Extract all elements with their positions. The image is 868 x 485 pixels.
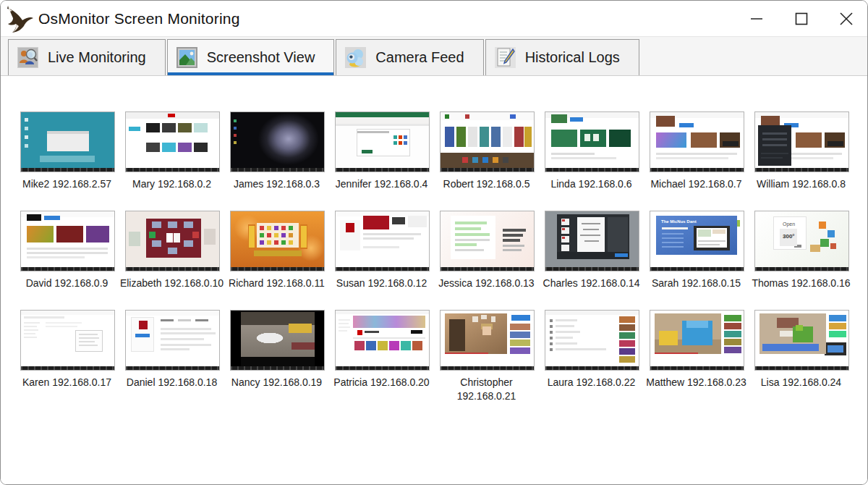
monitor-label: James 192.168.0.3 xyxy=(221,177,333,191)
monitor-screenshot-thumbnail[interactable] xyxy=(754,111,849,172)
monitor-label: Patricia 192.168.0.20 xyxy=(326,376,438,389)
monitor-tile[interactable]: Nancy 192.168.0.19 xyxy=(230,310,325,403)
monitor-name: Christopher xyxy=(460,376,512,388)
monitor-screenshot-thumbnail[interactable] xyxy=(20,310,115,371)
monitor-screenshot-thumbnail[interactable] xyxy=(440,211,535,271)
tab-label: Screenshot View xyxy=(207,49,315,66)
monitor-tile[interactable]: Patricia 192.168.0.20 xyxy=(335,310,430,403)
monitor-ip: 192.168.0.5 xyxy=(476,178,529,190)
monitor-label: Thomas 192.168.0.16 xyxy=(745,277,858,290)
monitor-label: Jessica 192.168.0.13 xyxy=(430,277,543,290)
monitor-label: Mary 192.168.0.2 xyxy=(116,177,229,191)
monitor-ip: 192.168.0.19 xyxy=(263,376,322,388)
monitor-tile[interactable]: Open300° Thomas 192.168.0.16 xyxy=(754,211,849,290)
monitor-name: Michael xyxy=(650,178,685,190)
monitor-name: Nancy xyxy=(231,376,260,388)
monitor-tile[interactable]: Mary 192.168.0.2 xyxy=(125,111,220,191)
monitor-tile[interactable]: Richard 192.168.0.11 xyxy=(230,211,325,290)
thumbnail-text: The MicNus Dant xyxy=(661,219,697,224)
monitor-screenshot-thumbnail[interactable] xyxy=(230,111,325,172)
tab-live-monitoring[interactable]: Live Monitoring xyxy=(8,39,166,75)
thumbnail-text: 300° xyxy=(783,234,795,240)
thumbnail-text: Open xyxy=(783,222,795,227)
monitor-name: Daniel xyxy=(127,376,156,388)
monitor-tile[interactable]: Matthew 192.168.0.23 xyxy=(650,310,744,403)
monitor-screenshot-thumbnail[interactable] xyxy=(545,111,639,172)
monitor-screenshot-thumbnail[interactable] xyxy=(20,111,115,172)
maximize-button[interactable] xyxy=(791,8,812,30)
monitor-screenshot-thumbnail[interactable]: The MicNus Dant xyxy=(650,211,744,271)
monitor-screenshot-thumbnail[interactable] xyxy=(125,111,220,172)
monitor-ip: 192.168.0.14 xyxy=(581,277,640,289)
monitor-label: David 192.168.0.9 xyxy=(11,277,124,290)
monitor-label: Daniel 192.168.0.18 xyxy=(116,376,229,389)
people-magnifier-icon xyxy=(17,47,38,68)
monitor-name: Sarah xyxy=(652,277,678,289)
monitor-screenshot-thumbnail[interactable] xyxy=(650,111,744,172)
monitor-screenshot-thumbnail[interactable] xyxy=(440,111,535,172)
monitor-screenshot-thumbnail[interactable] xyxy=(20,211,115,271)
monitor-screenshot-thumbnail[interactable] xyxy=(335,310,430,371)
monitor-label: Charles 192.168.0.14 xyxy=(535,277,648,290)
close-button[interactable] xyxy=(835,8,857,30)
tab-label: Live Monitoring xyxy=(48,49,146,66)
monitor-screenshot-thumbnail[interactable] xyxy=(650,310,744,371)
monitor-label: Nancy 192.168.0.19 xyxy=(221,376,333,389)
monitor-tile[interactable]: The MicNus Dant Sarah 192.168.0.15 xyxy=(650,211,744,290)
monitor-ip: 192.168.0.20 xyxy=(370,376,430,388)
monitor-tile[interactable]: Susan 192.168.0.12 xyxy=(335,211,430,290)
monitor-screenshot-thumbnail[interactable] xyxy=(230,310,325,371)
notepad-pencil-icon xyxy=(495,47,516,68)
monitor-tile[interactable]: Daniel 192.168.0.18 xyxy=(125,310,220,403)
screenshot-view-panel: Mike2 192.168.2.57 Mary 192.168.0.2 Jame… xyxy=(1,76,867,484)
monitor-tile[interactable]: Laura 192.168.0.22 xyxy=(545,310,639,403)
monitor-screenshot-thumbnail[interactable] xyxy=(440,310,535,371)
tab-historical-logs[interactable]: Historical Logs xyxy=(485,39,639,75)
monitor-label: Michael 192.168.0.7 xyxy=(640,177,753,191)
monitor-screenshot-thumbnail[interactable] xyxy=(125,310,220,371)
monitor-ip: 192.168.0.22 xyxy=(576,376,635,388)
monitor-name: Elizabeth xyxy=(120,277,162,289)
tab-label: Historical Logs xyxy=(525,49,620,66)
monitor-label: Christopher 192.168.0.21 xyxy=(430,376,543,403)
monitor-tile[interactable]: Christopher 192.168.0.21 xyxy=(440,310,535,403)
monitor-screenshot-thumbnail[interactable] xyxy=(335,111,430,172)
monitor-ip: 192.168.0.7 xyxy=(689,178,742,190)
tab-camera-feed[interactable]: Camera Feed xyxy=(336,39,483,75)
monitor-tile[interactable]: Lisa 192.168.0.24 xyxy=(754,310,849,403)
monitor-name: William xyxy=(757,178,789,190)
monitor-label: Linda 192.168.0.6 xyxy=(535,177,648,191)
monitor-screenshot-thumbnail[interactable] xyxy=(230,211,325,271)
monitor-tile[interactable]: David 192.168.0.9 xyxy=(20,211,115,290)
monitor-tile[interactable]: Linda 192.168.0.6 xyxy=(545,111,639,191)
monitor-screenshot-thumbnail[interactable] xyxy=(125,211,220,271)
monitor-tile[interactable]: William 192.168.0.8 xyxy=(754,111,849,191)
app-window: OsMonitor Screen Monitoring xyxy=(0,0,868,485)
monitor-screenshot-thumbnail[interactable] xyxy=(545,310,639,371)
monitor-tile[interactable]: Karen 192.168.0.17 xyxy=(20,310,115,403)
monitor-tile[interactable]: James 192.168.0.3 xyxy=(230,111,325,191)
monitor-tile[interactable]: Robert 192.168.0.5 xyxy=(440,111,535,191)
monitor-tile[interactable]: Elizabeth 192.168.0.10 xyxy=(125,211,220,290)
monitor-tile[interactable]: Michael 192.168.0.7 xyxy=(650,111,744,191)
monitor-screenshot-thumbnail[interactable] xyxy=(335,211,430,271)
monitor-label: Laura 192.168.0.22 xyxy=(535,376,648,389)
title-bar: OsMonitor Screen Monitoring xyxy=(1,1,867,36)
monitor-ip: 192.168.0.12 xyxy=(367,277,427,289)
monitor-ip: 192.168.0.21 xyxy=(457,390,516,402)
monitor-screenshot-thumbnail[interactable] xyxy=(545,211,639,271)
monitor-tile[interactable]: Jennifer 192.168.0.4 xyxy=(335,111,430,191)
eagle-app-icon xyxy=(5,4,34,35)
monitor-name: Richard xyxy=(229,277,263,289)
tab-label: Camera Feed xyxy=(375,49,464,66)
monitor-tile[interactable]: Jessica 192.168.0.13 xyxy=(440,211,535,290)
minimize-button[interactable] xyxy=(746,8,767,30)
monitor-tile[interactable]: Charles 192.168.0.14 xyxy=(545,211,639,290)
tab-screenshot-view[interactable]: Screenshot View xyxy=(167,39,335,75)
monitor-screenshot-thumbnail[interactable] xyxy=(754,310,849,371)
monitor-name: Laura xyxy=(548,376,574,388)
webcam-icon xyxy=(345,47,366,68)
monitor-screenshot-thumbnail[interactable]: Open300° xyxy=(754,211,849,271)
monitor-ip: 192.168.0.3 xyxy=(266,178,320,190)
monitor-tile[interactable]: Mike2 192.168.2.57 xyxy=(20,111,115,191)
